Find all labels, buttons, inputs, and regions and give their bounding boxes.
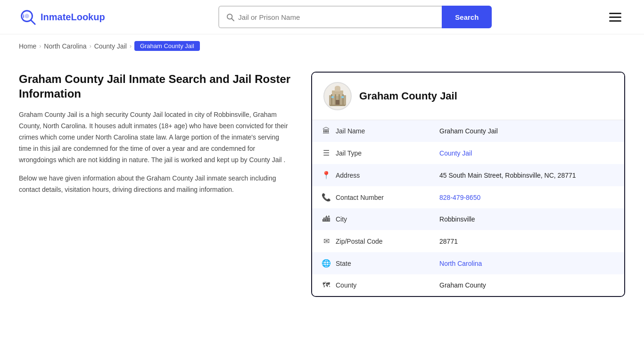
breadcrumb-sep-1: ›	[39, 43, 41, 49]
left-panel: Graham County Jail Inmate Search and Jai…	[19, 72, 311, 203]
description-paragraph-2: Below we have given information about th…	[19, 173, 292, 196]
info-value-cell: Robbinsville	[430, 208, 624, 230]
info-value-cell: 28771	[430, 230, 624, 252]
info-label-cell: 🏙City	[312, 208, 406, 230]
info-value-cell[interactable]: County Jail	[430, 142, 624, 164]
row-label: Zip/Postal Code	[336, 238, 383, 245]
row-icon: 🏙	[322, 215, 331, 223]
row-icon: ☰	[322, 148, 331, 157]
menu-line-3	[609, 20, 621, 22]
info-card-title: Graham County Jail	[359, 90, 457, 102]
search-button[interactable]: Search	[442, 6, 492, 28]
table-row: 📍Address45 South Main Street, Robbinsvil…	[312, 164, 624, 186]
svg-line-5	[232, 19, 234, 21]
main-content: Graham County Jail Inmate Search and Jai…	[0, 58, 644, 311]
row-label: Contact Number	[336, 194, 384, 201]
info-value-link[interactable]: County Jail	[439, 149, 472, 157]
jail-info-table: 🏛Jail NameGraham County Jail☰Jail TypeCo…	[312, 120, 624, 296]
info-value-cell: 45 South Main Street, Robbinsville, NC, …	[430, 164, 624, 186]
menu-line-1	[609, 13, 621, 14]
table-row: 🏛Jail NameGraham County Jail	[312, 120, 624, 142]
breadcrumb-state[interactable]: North Carolina	[44, 42, 86, 50]
description-paragraph-1: Graham County Jail is a high security Co…	[19, 109, 292, 165]
breadcrumb: Home › North Carolina › County Jail › Gr…	[0, 34, 644, 58]
jail-building-icon	[327, 86, 348, 107]
info-value-cell: Graham County	[430, 274, 624, 296]
svg-point-4	[227, 14, 232, 19]
svg-line-1	[31, 20, 35, 25]
search-input-wrapper	[218, 6, 442, 28]
svg-point-17	[335, 86, 340, 90]
search-icon	[226, 13, 234, 21]
breadcrumb-home[interactable]: Home	[19, 42, 36, 50]
site-header: i InmateLookup Search	[0, 0, 644, 34]
jail-info-card: Graham County Jail 🏛Jail NameGraham Coun…	[311, 72, 625, 297]
page-heading: Graham County Jail Inmate Search and Jai…	[19, 72, 292, 101]
row-icon: 🏛	[322, 127, 331, 135]
menu-line-2	[609, 16, 621, 18]
info-label-cell: ☰Jail Type	[312, 142, 406, 164]
table-row: ✉Zip/Postal Code28771	[312, 230, 624, 252]
info-value-link[interactable]: North Carolina	[439, 260, 482, 267]
info-value-cell: Graham County Jail	[430, 120, 624, 142]
table-row: 🗺CountyGraham County	[312, 274, 624, 296]
row-label: Jail Name	[336, 127, 365, 135]
svg-rect-16	[330, 105, 345, 106]
svg-rect-12	[342, 94, 344, 106]
row-icon: 🌐	[322, 259, 331, 268]
info-value-cell[interactable]: North Carolina	[430, 252, 624, 274]
svg-rect-14	[331, 96, 334, 98]
breadcrumb-type[interactable]: County Jail	[94, 42, 127, 50]
info-label-cell: ✉Zip/Postal Code	[312, 230, 406, 252]
row-icon: 📞	[322, 193, 331, 202]
info-label-cell: 📞Contact Number	[312, 186, 406, 208]
info-label-cell: 🗺County	[312, 274, 406, 296]
row-icon: 🗺	[322, 281, 331, 289]
info-value-cell[interactable]: 828-479-8650	[430, 186, 624, 208]
row-label: Jail Type	[336, 149, 362, 157]
breadcrumb-sep-3: ›	[130, 43, 132, 49]
search-bar: Search	[218, 6, 492, 28]
info-card-header: Graham County Jail	[312, 73, 624, 120]
row-label: County	[336, 281, 356, 289]
site-logo[interactable]: i InmateLookup	[19, 8, 105, 26]
jail-thumbnail	[323, 82, 352, 110]
row-icon: ✉	[322, 237, 331, 246]
menu-button[interactable]	[605, 9, 625, 25]
breadcrumb-sep-2: ›	[90, 43, 91, 49]
table-row: 📞Contact Number828-479-8650	[312, 186, 624, 208]
row-icon: 📍	[322, 171, 331, 180]
breadcrumb-current: Graham County Jail	[134, 41, 200, 51]
logo-icon: i	[19, 8, 37, 26]
info-label-cell: 🏛Jail Name	[312, 120, 406, 142]
svg-rect-9	[331, 94, 332, 106]
search-input[interactable]	[238, 13, 435, 21]
logo-text: InmateLookup	[41, 12, 105, 23]
table-row: ☰Jail TypeCounty Jail	[312, 142, 624, 164]
row-label: Address	[336, 172, 360, 179]
row-label: State	[336, 260, 351, 267]
svg-rect-15	[341, 96, 344, 98]
row-label: City	[336, 215, 347, 223]
info-label-cell: 🌐State	[312, 252, 406, 274]
info-label-cell: 📍Address	[312, 164, 406, 186]
info-value-link[interactable]: 828-479-8650	[439, 194, 480, 201]
svg-text:i: i	[23, 14, 25, 19]
table-row: 🏙CityRobbinsville	[312, 208, 624, 230]
table-row: 🌐StateNorth Carolina	[312, 252, 624, 274]
svg-point-2	[25, 14, 29, 18]
